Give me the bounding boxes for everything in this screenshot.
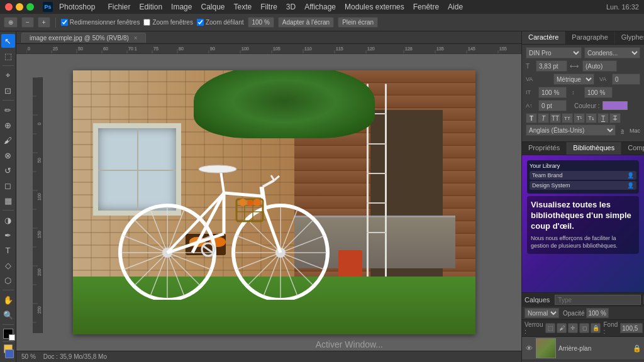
strikethrough-btn[interactable]: T xyxy=(609,113,621,123)
scale-row: IT ↕ xyxy=(526,87,640,98)
text-tool[interactable]: T xyxy=(1,243,15,257)
kerning-select[interactable]: Métrique xyxy=(553,74,594,85)
document-tab[interactable]: image exemple.jpg @ 50% (RVB/8) × xyxy=(21,33,146,43)
zoom-value: 50 % xyxy=(21,353,36,360)
shape-tool[interactable]: ⬡ xyxy=(1,273,15,287)
svg-line-67 xyxy=(135,253,167,285)
close-button[interactable] xyxy=(5,3,13,11)
maximize-button[interactable] xyxy=(26,3,34,11)
layers-panel: Calques ◻ ◑ T ⬡ ⊗ ● Normal O xyxy=(522,293,644,362)
zoom-value-btn[interactable]: 100 % xyxy=(248,17,274,28)
properties-panel-tabs: Propriétés Bibliothèques Compositions xyxy=(522,142,644,155)
canvas-content[interactable] xyxy=(26,54,521,351)
move-tool-icon[interactable]: ⊕ xyxy=(4,17,18,28)
lock-transparent-btn[interactable]: ⬚ xyxy=(545,323,555,333)
menu-calque[interactable]: Calque xyxy=(197,3,228,11)
upper-btn[interactable]: TT xyxy=(550,113,561,123)
lock-position-btn[interactable]: ✛ xyxy=(568,323,578,333)
fill-input[interactable] xyxy=(620,323,643,333)
language-row: Anglais (États-Unis) a̲ Mac xyxy=(526,124,640,137)
menu-affichage[interactable]: Affichage xyxy=(301,3,340,11)
svg-line-64 xyxy=(135,220,167,253)
layer-visibility-toggle[interactable]: 👁 xyxy=(525,344,533,353)
vertical-scale-input[interactable] xyxy=(584,87,613,98)
small-caps-btn[interactable]: TT xyxy=(562,113,573,123)
opacity-input[interactable] xyxy=(586,308,609,318)
zoom-plus-btn[interactable]: + xyxy=(38,17,50,28)
gradient-tool[interactable]: ▦ xyxy=(1,194,15,207)
menu-modules[interactable]: Modules externes xyxy=(341,3,408,11)
selection-tool[interactable]: ⬚ xyxy=(1,49,15,63)
menu-edition[interactable]: Edition xyxy=(135,3,166,11)
tab-bibliotheques[interactable]: Bibliothèques xyxy=(567,142,621,155)
fullscreen-btn[interactable]: Plein écran xyxy=(338,17,378,28)
background-color[interactable] xyxy=(5,349,14,358)
left-toolbar: ↖ ⬚ ⌖ ⊡ ✏ ⊕ 🖌 ⊗ ↺ ◻ ▦ ◑ ✒ T ◇ ⬡ ✋ 🔍 xyxy=(0,31,16,362)
svg-line-87 xyxy=(280,253,297,296)
eyedropper-tool[interactable]: ✏ xyxy=(1,103,15,117)
spot-heal-tool[interactable]: ⊕ xyxy=(1,118,15,132)
blend-mode-select[interactable]: Normal xyxy=(525,308,559,318)
minimize-button[interactable] xyxy=(16,3,23,11)
move-tool[interactable]: ↖ xyxy=(1,34,15,48)
tab-glyphes[interactable]: Glyphes xyxy=(615,31,644,44)
font-style-select[interactable]: Condens... xyxy=(584,47,640,58)
lock-artboard-btn[interactable]: ◻ xyxy=(579,323,589,333)
stamp-tool[interactable]: ⊗ xyxy=(1,148,15,162)
language-select[interactable]: Anglais (États-Unis) xyxy=(526,124,616,136)
svg-line-75 xyxy=(123,253,167,270)
tab-proprietes[interactable]: Propriétés xyxy=(522,142,567,155)
eraser-tool[interactable]: ◻ xyxy=(1,178,15,192)
svg-line-83 xyxy=(280,253,313,285)
leading-input[interactable] xyxy=(582,60,617,72)
tab-caractere[interactable]: Caractère xyxy=(522,31,565,44)
svg-text:60: 60 xyxy=(103,47,108,51)
baseline-row: A↑ Couleur : xyxy=(526,100,640,111)
horizontal-scale-input[interactable] xyxy=(538,87,567,98)
font-family-select[interactable]: DIN Pro xyxy=(526,47,582,58)
library-item-design-system[interactable]: Design System 👤 xyxy=(530,181,636,190)
menu-fenetre[interactable]: Fenêtre xyxy=(409,3,443,11)
lock-pixels-btn[interactable]: 🖌 xyxy=(557,323,567,333)
bold-btn[interactable]: T xyxy=(526,113,537,123)
library-item-team-brand[interactable]: Team Brand 👤 xyxy=(530,171,636,180)
layer-item-background[interactable]: 👁 Arrière-plan 🔒 xyxy=(522,337,644,360)
hand-tool[interactable]: ✋ xyxy=(1,293,15,307)
resize-windows-option[interactable]: Redimensionner fenêtres xyxy=(61,19,140,26)
menu-filtre[interactable]: Filtre xyxy=(257,3,281,11)
menu-fichier[interactable]: Fichier xyxy=(104,3,134,11)
tab-paragraphe[interactable]: Paragraphe xyxy=(565,31,615,44)
layers-search-input[interactable] xyxy=(555,295,641,305)
pen-tool[interactable]: ✒ xyxy=(1,228,15,242)
svg-text:200: 200 xyxy=(37,268,42,276)
svg-line-107 xyxy=(204,246,213,253)
tool-separator-5 xyxy=(3,324,14,325)
lock-all-btn[interactable]: 🔒 xyxy=(591,323,601,333)
lasso-tool[interactable]: ⌖ xyxy=(1,69,15,82)
sub-btn[interactable]: T₁ xyxy=(586,113,597,123)
zoom-windows-option[interactable]: Zoom fenêtres xyxy=(143,19,192,26)
fit-screen-btn[interactable]: Adapter à l'écran xyxy=(278,17,334,28)
path-tool[interactable]: ◇ xyxy=(1,258,15,272)
menu-aide[interactable]: Aide xyxy=(444,3,467,11)
underline-btn[interactable]: T xyxy=(597,113,609,123)
title-bar: Ps Photoshop Fichier Edition Image Calqu… xyxy=(0,0,644,14)
super-btn[interactable]: T¹ xyxy=(574,113,585,123)
menu-bar: Fichier Edition Image Calque Texte Filtr… xyxy=(104,3,602,11)
tracking-input[interactable] xyxy=(612,74,640,85)
zoom-scroll-option[interactable]: Zoom défilant xyxy=(197,19,244,26)
history-tool[interactable]: ↺ xyxy=(1,163,15,177)
menu-texte[interactable]: Texte xyxy=(230,3,256,11)
font-size-input[interactable] xyxy=(536,60,567,72)
tab-compositions[interactable]: Compositions xyxy=(621,142,644,155)
italic-btn[interactable]: T xyxy=(538,113,549,123)
menu-3d[interactable]: 3D xyxy=(282,3,299,11)
text-color-swatch[interactable] xyxy=(602,101,628,110)
brush-tool[interactable]: 🖌 xyxy=(1,133,15,147)
crop-tool[interactable]: ⊡ xyxy=(1,84,15,97)
zoom-minus-btn[interactable]: − xyxy=(21,17,34,28)
dodge-tool[interactable]: ◑ xyxy=(1,213,15,227)
menu-image[interactable]: Image xyxy=(167,3,196,11)
zoom-tool[interactable]: 🔍 xyxy=(1,308,15,322)
baseline-shift-input[interactable] xyxy=(538,100,567,111)
